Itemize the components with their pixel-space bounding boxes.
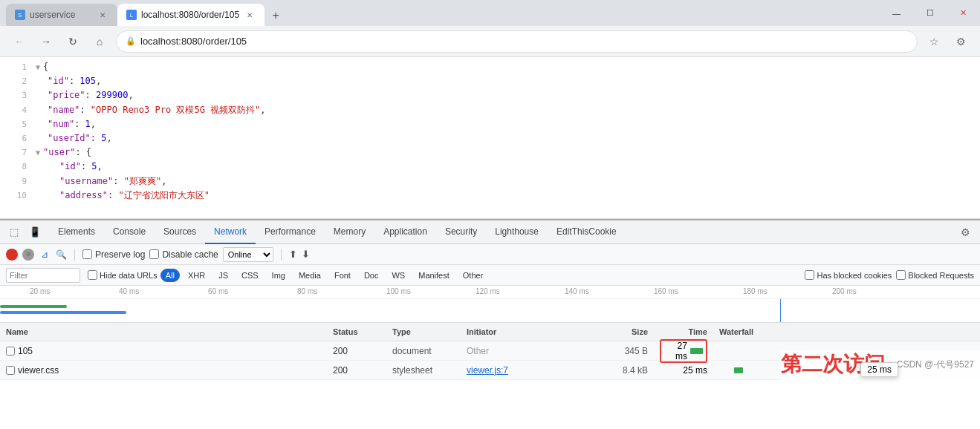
filter-chip-font[interactable]: Font (329, 269, 356, 282)
devtools-tab-bar: ⬚ 📱 Elements Console Sources Network Per… (0, 220, 980, 244)
tab-lighthouse[interactable]: Lighthouse (486, 220, 548, 244)
header-type[interactable]: Type (386, 327, 461, 336)
tick-200ms: 200 ms (832, 287, 857, 295)
csdn-label: CSDN @-代号9527 (897, 358, 974, 371)
tick-80ms: 80 ms (297, 287, 317, 295)
json-line-10: 10 "address" : "辽宁省沈阳市大东区" (0, 189, 980, 203)
tooltip-text: 25 ms (867, 364, 892, 375)
preserve-log-input[interactable] (82, 249, 92, 259)
table-header: Name Status Type Initiator Size Time Wat… (0, 323, 980, 341)
filter-chip-xhr[interactable]: XHR (183, 269, 210, 282)
bookmark-button[interactable]: ☆ (924, 31, 944, 52)
filter-icon[interactable]: ⊿ (39, 249, 51, 261)
row2-name: viewer.css (0, 365, 327, 376)
tick-20ms: 20 ms (30, 287, 50, 295)
network-area: 20 ms 40 ms 60 ms 80 ms 100 ms 120 ms 14… (0, 286, 980, 380)
blocked-requests-checkbox[interactable]: Blocked Requests (896, 270, 974, 280)
tick-100ms: 100 ms (386, 287, 411, 295)
filter-chip-all[interactable]: All (160, 269, 180, 282)
json-line-6: 6 "userId" : 5 , (0, 131, 980, 145)
forward-button[interactable]: → (36, 31, 56, 52)
tick-120ms: 120 ms (476, 287, 500, 295)
toolbar-divider (74, 249, 75, 261)
new-tab-button[interactable]: + (265, 5, 287, 26)
tab-application[interactable]: Application (374, 220, 436, 244)
disable-cache-checkbox[interactable]: Disable cache (149, 249, 218, 260)
filter-chip-media[interactable]: Media (293, 269, 326, 282)
tab-elements[interactable]: Elements (49, 220, 104, 244)
extension-button[interactable]: ⚙ (950, 31, 971, 52)
filter-chip-css[interactable]: CSS (236, 269, 264, 282)
devtools-settings-button[interactable]: ⚙ (955, 222, 976, 243)
json-line-8: 8 "id" : 5 , (0, 160, 980, 174)
stop-button[interactable]: ⊘ (22, 249, 34, 261)
tab-console[interactable]: Console (104, 220, 155, 244)
row2-checkbox[interactable] (6, 366, 15, 375)
filter-chip-js[interactable]: JS (213, 269, 233, 282)
timeline: 20 ms 40 ms 60 ms 80 ms 100 ms 120 ms 14… (0, 286, 980, 323)
json-content-area: 1 ▼ { 2 "id" : 105 , 3 "price" : 299900 … (0, 57, 980, 219)
row2-size: 8.4 kB (594, 365, 654, 376)
throttle-select[interactable]: Online Offline Slow 3G Fast 3G (223, 247, 273, 262)
timeline-bar-blue (0, 311, 126, 314)
download-button[interactable]: ⬇ (302, 249, 310, 260)
header-initiator[interactable]: Initiator (461, 327, 594, 336)
timeline-bar-green (0, 305, 67, 308)
tab-favicon-localhost: L (126, 10, 137, 20)
header-time[interactable]: Time (654, 327, 713, 336)
close-button[interactable]: ✕ (947, 0, 980, 26)
back-button[interactable]: ← (9, 31, 30, 52)
row1-initiator: Other (461, 346, 594, 356)
hide-data-urls-input[interactable] (88, 270, 97, 280)
search-icon[interactable]: 🔍 (55, 249, 67, 261)
tab-label-userservice: userservice (30, 10, 75, 20)
tab-performance[interactable]: Performance (256, 220, 325, 244)
row1-checkbox[interactable] (6, 347, 15, 356)
upload-button[interactable]: ⬆ (289, 249, 297, 260)
preserve-log-checkbox[interactable]: Preserve log (82, 249, 145, 260)
filter-input[interactable] (6, 268, 80, 283)
tab-close-userservice[interactable]: ✕ (97, 9, 108, 21)
devtools-left-icons: ⬚ 📱 (4, 223, 49, 242)
row1-wf-bar (690, 348, 703, 354)
filter-chip-manifest[interactable]: Manifest (413, 269, 455, 282)
minimize-button[interactable]: — (880, 0, 913, 26)
header-size[interactable]: Size (594, 327, 654, 336)
filter-chip-img[interactable]: Img (267, 269, 291, 282)
header-status[interactable]: Status (327, 327, 386, 336)
row2-status: 200 (327, 365, 386, 376)
row1-time-cell: 27 ms (654, 339, 713, 363)
home-button[interactable]: ⌂ (89, 31, 110, 52)
has-blocked-cookies-checkbox[interactable]: Has blocked cookies (805, 270, 892, 280)
lock-icon: 🔒 (126, 36, 136, 46)
timeline-indicator-line (780, 299, 781, 323)
tab-sources[interactable]: Sources (155, 220, 205, 244)
address-bar: ← → ↻ ⌂ 🔒 localhost:8080/order/105 ☆ ⚙ (0, 26, 980, 57)
tab-security[interactable]: Security (436, 220, 486, 244)
inspect-element-button[interactable]: ⬚ (4, 223, 24, 242)
filter-right: Has blocked cookies Blocked Requests (805, 270, 974, 280)
reload-button[interactable]: ↻ (62, 31, 83, 52)
row1-name: 105 (0, 346, 327, 356)
browser-tab-localhost[interactable]: L localhost:8080/order/105 ✕ (117, 4, 265, 26)
row2-initiator[interactable]: viewer.js:7 (461, 365, 594, 376)
filter-chip-ws[interactable]: WS (386, 269, 410, 282)
record-button[interactable] (6, 249, 18, 261)
browser-tab-userservice[interactable]: S userservice ✕ (6, 4, 117, 26)
tab-memory[interactable]: Memory (325, 220, 374, 244)
filter-chip-other[interactable]: Other (458, 269, 489, 282)
header-waterfall[interactable]: Waterfall (713, 327, 980, 336)
tick-60ms: 60 ms (208, 287, 228, 295)
tab-network[interactable]: Network (205, 220, 256, 244)
url-bar[interactable]: 🔒 localhost:8080/order/105 (116, 30, 918, 53)
filter-chip-doc[interactable]: Doc (359, 269, 384, 282)
row2-time-cell: 25 ms (654, 365, 713, 376)
disable-cache-input[interactable] (149, 249, 159, 259)
tab-editthiscookie[interactable]: EditThisCookie (548, 220, 626, 244)
maximize-button[interactable]: ☐ (913, 0, 947, 26)
json-line-9: 9 "username" : "郑爽爽" , (0, 174, 980, 189)
hide-data-urls-checkbox[interactable]: Hide data URLs (88, 270, 158, 280)
tab-close-localhost[interactable]: ✕ (244, 9, 256, 21)
device-toggle-button[interactable]: 📱 (25, 223, 45, 242)
header-name[interactable]: Name (0, 327, 327, 336)
